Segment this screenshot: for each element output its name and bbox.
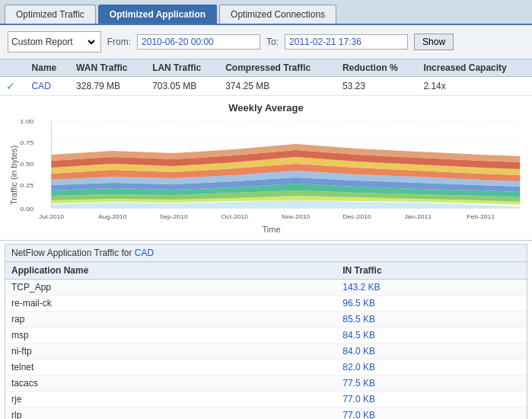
- from-label: From:: [107, 37, 131, 47]
- chart-inner: 1.00 0.75 0.50 0.25 0.00: [18, 117, 524, 234]
- traffic-value: 84.0 KB: [336, 344, 527, 360]
- summary-table: Name WAN Traffic LAN Traffic Compressed …: [0, 59, 532, 96]
- tabs-bar: Optimized Traffic Optimized Application …: [0, 0, 532, 25]
- toolbar: Custom Report From: To: Show: [0, 25, 532, 59]
- row-wan: 328.79 MB: [70, 77, 146, 96]
- x-axis-label: Time: [18, 225, 524, 234]
- netflow-section: NetFlow Application Traffic for CAD Appl…: [5, 244, 527, 419]
- row-lan: 703.05 MB: [146, 77, 219, 96]
- chart-svg: 1.00 0.75 0.50 0.25 0.00: [18, 117, 524, 223]
- svg-text:Jan-2011: Jan-2011: [404, 213, 432, 219]
- show-button[interactable]: Show: [414, 34, 454, 50]
- col-lan: LAN Traffic: [146, 59, 219, 77]
- netflow-table: Application Name IN Traffic TCP_App 143.…: [5, 262, 527, 419]
- tab-connections[interactable]: Optimized Connections: [219, 5, 336, 24]
- list-item: tacacs 77.5 KB: [5, 376, 527, 392]
- svg-text:Nov-2010: Nov-2010: [282, 213, 311, 219]
- svg-text:0.25: 0.25: [20, 182, 33, 189]
- app-name: rlp: [5, 408, 336, 420]
- tab-application[interactable]: Optimized Application: [98, 5, 217, 24]
- tab-traffic[interactable]: Optimized Traffic: [5, 5, 96, 24]
- row-icon: ✓: [0, 77, 26, 96]
- traffic-value: 85.5 KB: [336, 312, 527, 328]
- traffic-value: 96.5 KB: [336, 296, 527, 312]
- report-selector[interactable]: Custom Report: [8, 31, 101, 53]
- list-item: ni-ftp 84.0 KB: [5, 344, 527, 360]
- app-name: rje: [5, 392, 336, 408]
- traffic-value: 82.0 KB: [336, 360, 527, 376]
- netflow-header: NetFlow Application Traffic for CAD: [5, 245, 527, 262]
- list-item: telnet 82.0 KB: [5, 360, 527, 376]
- list-item: TCP_App 143.2 KB: [5, 280, 527, 296]
- app-name: rap: [5, 312, 336, 328]
- col-reduction: Reduction %: [336, 59, 417, 77]
- chart-section: Weekly Average Traffic (in bytes) 1.00 0…: [0, 96, 532, 241]
- to-date-input[interactable]: [285, 34, 408, 50]
- svg-text:Oct-2010: Oct-2010: [221, 213, 249, 219]
- traffic-value: 143.2 KB: [336, 280, 527, 296]
- svg-text:0.00: 0.00: [20, 206, 33, 213]
- row-compressed: 374.25 MB: [219, 77, 336, 96]
- svg-text:0.75: 0.75: [20, 139, 33, 146]
- row-reduction: 53.23: [336, 77, 417, 96]
- y-axis-label: Traffic (in bytes): [8, 117, 18, 234]
- col-name: Name: [26, 59, 70, 77]
- to-label: To:: [266, 37, 279, 47]
- traffic-value: 77.5 KB: [336, 376, 527, 392]
- svg-text:1.00: 1.00: [20, 118, 33, 125]
- netflow-header-text: NetFlow Application Traffic for: [11, 248, 132, 258]
- traffic-value: 77.0 KB: [336, 408, 527, 420]
- list-item: re-mail-ck 96.5 KB: [5, 296, 527, 312]
- report-select[interactable]: [73, 34, 97, 50]
- table-row: ✓ CAD 328.79 MB 703.05 MB 374.25 MB 53.2…: [0, 77, 532, 96]
- list-item: msp 84.5 KB: [5, 328, 527, 344]
- svg-text:0.50: 0.50: [20, 161, 33, 168]
- traffic-value: 84.5 KB: [336, 328, 527, 344]
- list-item: rap 85.5 KB: [5, 312, 527, 328]
- svg-text:Feb-2011: Feb-2011: [467, 213, 495, 219]
- app-name: re-mail-ck: [5, 296, 336, 312]
- col-capacity: Increased Capacity: [417, 59, 532, 77]
- netflow-device-name[interactable]: CAD: [135, 248, 154, 258]
- netflow-col-app: Application Name: [5, 262, 336, 280]
- col-wan: WAN Traffic: [70, 59, 146, 77]
- svg-text:Jul-2010: Jul-2010: [39, 213, 64, 219]
- from-date-input[interactable]: [137, 34, 260, 50]
- svg-text:Aug-2010: Aug-2010: [98, 213, 127, 219]
- chart-title: Weekly Average: [8, 102, 524, 114]
- app-name: telnet: [5, 360, 336, 376]
- traffic-value: 77.0 KB: [336, 392, 527, 408]
- col-compressed: Compressed Traffic: [219, 59, 336, 77]
- list-item: rje 77.0 KB: [5, 392, 527, 408]
- col-icon: [0, 59, 26, 77]
- app-name: tacacs: [5, 376, 336, 392]
- report-label: Custom Report: [11, 37, 73, 47]
- svg-text:Dec-2010: Dec-2010: [342, 213, 371, 219]
- app-name: TCP_App: [5, 280, 336, 296]
- chart-container: Traffic (in bytes) 1.00 0.75 0.50 0.25 0…: [8, 117, 524, 234]
- list-item: rlp 77.0 KB: [5, 408, 527, 420]
- app-name: ni-ftp: [5, 344, 336, 360]
- row-name[interactable]: CAD: [26, 77, 70, 96]
- netflow-col-traffic: IN Traffic: [336, 262, 527, 280]
- svg-text:Sep-2010: Sep-2010: [159, 213, 188, 219]
- row-capacity: 2.14x: [417, 77, 532, 96]
- app-name: msp: [5, 328, 336, 344]
